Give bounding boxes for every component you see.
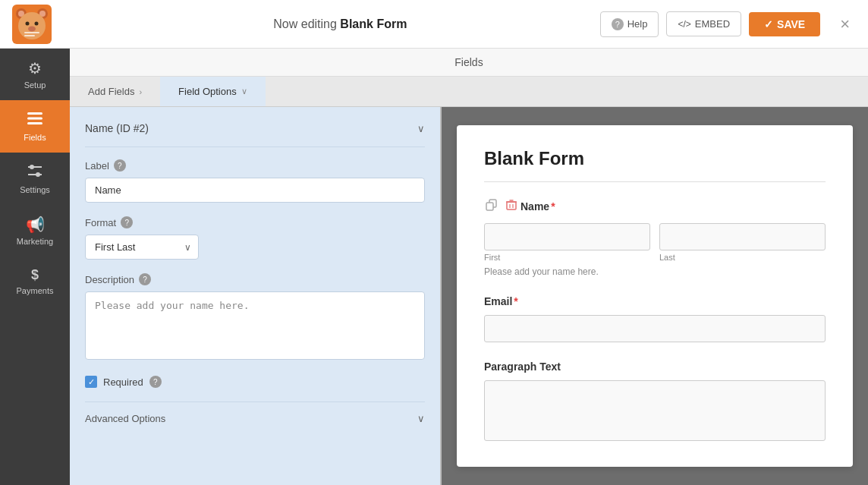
required-help-icon[interactable]: ? <box>149 376 162 388</box>
last-name-input[interactable] <box>659 223 826 250</box>
help-icon: ? <box>612 18 624 30</box>
header-prefix: Now editing <box>273 17 340 30</box>
preview-field-name: Name* First Last Please <box>484 197 826 277</box>
sidebar-item-marketing[interactable]: 📢 Marketing <box>0 205 70 257</box>
close-icon: × <box>840 14 850 33</box>
preview-name-label: Name <box>520 200 549 213</box>
preview-field-name-label-row: Name* <box>484 197 826 216</box>
format-select-wrap: First Last First Only Last Only First Mi… <box>85 235 199 260</box>
field-title: Name (ID #2) <box>85 122 149 134</box>
logo-bear <box>12 5 52 44</box>
tab-bar: Add Fields › Field Options ∨ <box>70 77 868 107</box>
megaphone-icon: 📢 <box>26 216 45 234</box>
format-label: Format ? <box>85 216 425 228</box>
sidebar-item-payments[interactable]: $ Payments <box>0 257 70 306</box>
field-header: Name (ID #2) ∨ <box>85 122 425 134</box>
label-input[interactable] <box>85 178 425 203</box>
description-help-icon[interactable]: ? <box>139 273 151 285</box>
description-group: Description ? Please add your name here. <box>85 273 425 362</box>
sidebar-label-marketing: Marketing <box>17 237 53 246</box>
svg-point-6 <box>26 21 30 25</box>
first-name-input[interactable] <box>484 223 650 250</box>
preview-field-email-label: Email* <box>484 295 826 307</box>
sidebar-label-fields: Fields <box>24 133 46 142</box>
format-select[interactable]: First Last First Only Last Only First Mi… <box>85 235 199 260</box>
name-required-star: * <box>551 200 555 213</box>
description-text: Description <box>85 274 134 285</box>
svg-rect-12 <box>27 118 42 120</box>
sidebar-item-fields[interactable]: Fields <box>0 100 70 153</box>
header-title: Now editing Blank Form <box>80 17 600 31</box>
svg-point-8 <box>28 26 36 31</box>
checkmark-icon: ✓ <box>764 18 773 30</box>
chevron-down-icon: ∨ <box>241 87 247 96</box>
label-group: Label ? <box>85 159 425 203</box>
svg-point-17 <box>36 172 40 177</box>
required-label: Required <box>103 376 143 388</box>
preview-field-paragraph-label: Paragraph Text <box>484 361 826 373</box>
embed-button[interactable]: </> EMBED <box>666 11 741 36</box>
field-collapse-icon[interactable]: ∨ <box>417 123 425 134</box>
copy-icon <box>486 199 498 211</box>
tab-add-fields[interactable]: Add Fields › <box>70 77 160 106</box>
copy-field-button[interactable] <box>484 197 499 216</box>
svg-rect-19 <box>486 203 493 210</box>
svg-rect-13 <box>27 122 42 124</box>
sidebar-label-settings: Settings <box>20 185 50 194</box>
preview-field-paragraph: Paragraph Text <box>484 361 826 441</box>
label-help-icon[interactable]: ? <box>114 159 126 172</box>
fields-topbar: Fields <box>70 49 868 77</box>
trash-icon <box>505 199 517 211</box>
help-label: Help <box>627 18 648 30</box>
header-bold: Blank Form <box>340 17 407 30</box>
format-help-icon[interactable]: ? <box>121 216 133 228</box>
sidebar-label-payments: Payments <box>17 286 54 295</box>
paragraph-textarea[interactable] <box>484 380 826 441</box>
svg-rect-11 <box>27 112 42 115</box>
name-description: Please add your name here. <box>484 266 826 277</box>
gear-icon: ⚙ <box>28 59 42 77</box>
last-name-wrap: Last <box>659 223 826 262</box>
help-button[interactable]: ? Help <box>600 11 659 37</box>
sidebar-label-setup: Setup <box>24 80 46 90</box>
fields-bar-label: Fields <box>454 56 483 68</box>
chevron-right-icon: › <box>139 87 142 96</box>
sliders-icon <box>27 163 43 182</box>
svg-point-15 <box>30 165 34 169</box>
left-panel: Name (ID #2) ∨ Label ? Format ? <box>70 107 442 485</box>
delete-field-button[interactable] <box>504 197 519 216</box>
dollar-icon: $ <box>31 267 39 283</box>
description-label: Description ? <box>85 273 425 285</box>
main-layout: ⚙ Setup Fields Settin <box>0 49 868 485</box>
sidebar-item-settings[interactable]: Settings <box>0 153 70 205</box>
save-label: SAVE <box>777 18 805 30</box>
first-name-wrap: First <box>484 223 650 262</box>
required-checkbox[interactable] <box>85 376 97 388</box>
logo-area <box>12 5 80 44</box>
embed-label: EMBED <box>695 18 730 30</box>
close-button[interactable]: × <box>834 14 856 34</box>
save-button[interactable]: ✓ SAVE <box>749 12 820 36</box>
content-area: Fields Add Fields › Field Options ∨ Name… <box>70 49 868 485</box>
panels: Name (ID #2) ∨ Label ? Format ? <box>70 107 868 485</box>
format-text: Format <box>85 217 116 228</box>
description-textarea[interactable]: Please add your name here. <box>85 291 425 360</box>
first-sublabel: First <box>484 253 650 262</box>
svg-rect-9 <box>24 32 39 33</box>
format-group: Format ? First Last First Only Last Only… <box>85 216 425 260</box>
embed-icon: </> <box>678 19 690 30</box>
tab-add-fields-label: Add Fields <box>88 86 134 97</box>
preview-field-email: Email* <box>484 295 826 342</box>
email-input[interactable] <box>484 315 826 342</box>
right-panel: Blank Form <box>442 107 868 485</box>
tab-field-options-label: Field Options <box>178 86 237 97</box>
form-preview-title: Blank Form <box>484 148 826 182</box>
label-form-label: Label ? <box>85 159 425 172</box>
name-inputs-row: First Last <box>484 223 826 262</box>
label-text: Label <box>85 160 109 172</box>
advanced-options-row[interactable]: Advanced Options ∨ <box>85 402 425 429</box>
sidebar-item-setup[interactable]: ⚙ Setup <box>0 49 70 100</box>
required-row: Required ? <box>85 376 425 388</box>
preview-field-name-actions <box>484 197 519 216</box>
tab-field-options[interactable]: Field Options ∨ <box>160 77 266 106</box>
